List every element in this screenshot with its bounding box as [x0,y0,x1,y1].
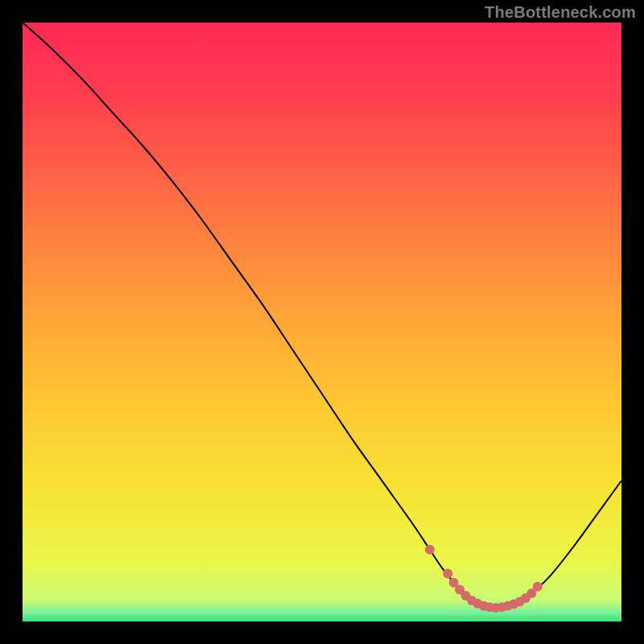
plot-area [23,23,621,621]
highlight-dot [443,568,452,578]
chart-frame: TheBottleneck.com [0,0,644,644]
watermark-text: TheBottleneck.com [485,3,636,22]
highlight-dot [533,582,543,592]
highlight-dot [425,545,435,555]
chart-svg [23,23,621,621]
